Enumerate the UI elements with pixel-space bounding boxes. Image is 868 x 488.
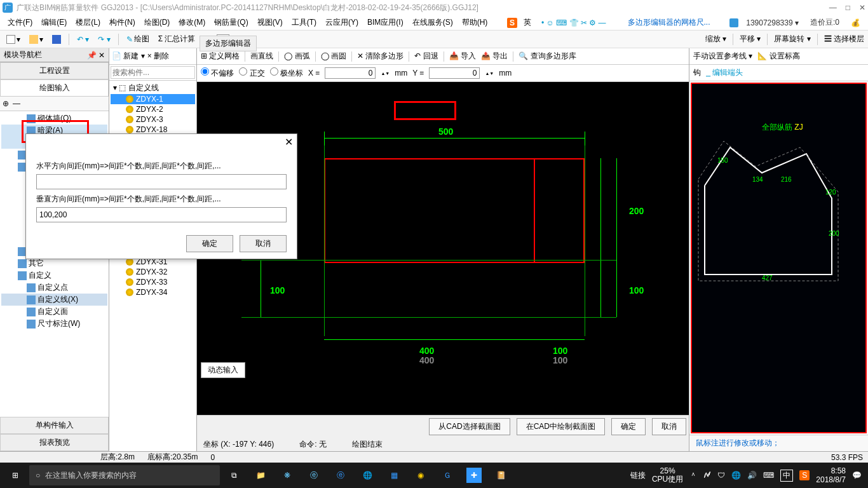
x-input[interactable] [325,67,376,79]
maximize-button[interactable]: □ [846,3,850,12]
app-icon-3[interactable]: ◉ [408,463,433,488]
dialog-cancel-button[interactable]: 取消 [240,235,287,252]
tab-single-input[interactable]: 单构件输入 [0,417,109,434]
ie-icon[interactable]: ⓔ [301,463,327,488]
ime-lang[interactable]: 英 [520,16,535,29]
app-icon-4[interactable]: Ｇ [435,463,460,488]
tree-item[interactable]: 尺寸标注(W) [1,318,107,330]
tray-ime[interactable]: 中 [780,470,793,482]
browser-icon[interactable]: 🌐 [355,463,380,488]
comp-item[interactable]: ZDYX-34 [111,287,195,297]
menu-file[interactable]: 文件(F) [4,16,36,29]
tray-up-icon[interactable]: ＾ [689,470,697,481]
ime-sogou-icon[interactable]: S [507,18,517,28]
tab-project-settings[interactable]: 工程设置 [0,62,109,79]
app-icon-2[interactable]: ▦ [381,463,407,488]
opt-polar[interactable]: 极坐标 [270,67,303,79]
menu-bim[interactable]: BIM应用(I) [363,16,407,29]
dialog-close-button[interactable]: ✕ [285,136,293,148]
tree-item[interactable]: 自定义面 [1,306,107,318]
new-file-button[interactable]: ▾ [4,34,23,45]
taskbar-search[interactable]: ○ 在这里输入你要搜索的内容 [29,465,220,485]
comp-item[interactable]: ZDYX-3 [111,114,195,125]
nav-collapse-icon[interactable]: — [13,99,20,108]
nav-expand-icon[interactable]: ⊕ [3,99,9,108]
set-elev-button[interactable]: 📐 设置标高 [757,51,799,62]
section-canvas[interactable]: 全部纵筋 ZJ 150 134 216 120 200 427 [691,83,867,433]
zoom-button[interactable]: 缩放 ▾ [705,34,726,44]
comp-root[interactable]: ▾ ⬚ 自定义线 [111,82,195,94]
draw-line-button[interactable]: 画直线 [250,51,273,62]
dialog-ok-button[interactable]: 确定 [186,235,233,252]
tree-item[interactable]: 自定义 [1,269,107,281]
tray-battery-icon[interactable]: 🗲 [703,471,711,480]
tray-clock[interactable]: 8:58 2018/8/7 [816,466,846,485]
menu-draw[interactable]: 绘图(D) [140,16,174,29]
tree-item[interactable]: 自定义点 [1,281,107,294]
opt-no-offset[interactable]: 不偏移 [201,67,234,79]
minimize-button[interactable]: — [829,3,837,12]
opt-ortho[interactable]: 正交 [239,67,264,79]
draw-arc-button[interactable]: ◯ 画弧 [284,51,309,62]
save-button[interactable] [50,34,64,45]
v-spacing-input[interactable] [36,207,287,222]
cancel-button[interactable]: 取消 [652,418,686,435]
define-grid-button[interactable]: ⊞ 定义网格 [201,51,240,62]
app-icon-5[interactable]: ✚ [466,468,482,483]
menu-edit[interactable]: 编辑(E) [37,16,71,29]
draw-mode-button[interactable]: ✎ 绘图 [124,32,152,46]
dynamic-input-button[interactable]: 动态输入 [201,362,245,378]
menu-component[interactable]: 构件(N) [105,16,139,29]
app-icon-6[interactable]: 📔 [488,463,513,488]
manual-ref-button[interactable]: 手动设置参考线 ▾ [693,51,752,62]
draw-circle-button[interactable]: ◯ 画圆 [321,51,346,62]
hook-button[interactable]: 钩 [693,67,701,78]
import-button[interactable]: 📥 导入 [449,51,476,62]
nav-pin-icon[interactable]: 📌 ✕ [87,51,105,60]
tree-item[interactable]: 自定义线(X) [1,294,107,306]
menu-online[interactable]: 在线服务(S) [409,16,457,29]
comp-item[interactable]: ZDYX-1 [111,94,195,104]
menu-help[interactable]: 帮助(H) [458,16,492,29]
menu-modify[interactable]: 修改(M) [175,16,209,29]
delete-component-button[interactable]: × 删除 [147,51,169,62]
tab-report-preview[interactable]: 报表预览 [0,434,109,451]
task-view-icon[interactable]: ⧉ [221,463,247,488]
tray-link[interactable]: 链接 [630,470,646,481]
menu-tools[interactable]: 工具(T) [288,16,320,29]
menu-cloud[interactable]: 云应用(Y) [322,16,362,29]
sum-calc-button[interactable]: Σ 汇总计算 [156,32,198,46]
comp-item[interactable]: ZDYX-32 [111,267,195,277]
app-icon-1[interactable]: ❋ [275,463,300,488]
redo-button[interactable]: ↷ ▾ [95,34,112,45]
menu-floor[interactable]: 楼层(L) [72,16,104,29]
undo-button[interactable]: ↶ ▾ [74,34,92,45]
new-component-button[interactable]: 📄 新建 ▾ [112,51,145,62]
menu-rebar[interactable]: 钢筋量(Q) [210,16,252,29]
clear-polygon-button[interactable]: ✕ 清除多边形 [357,51,403,62]
edge-icon[interactable]: ⓔ [328,463,353,488]
comp-item[interactable]: ZDYX-2 [111,104,195,114]
cad-select-button[interactable]: 从CAD选择截面图 [429,418,510,435]
export-button[interactable]: 📤 导出 [481,51,508,62]
rotate-button[interactable]: 屏幕旋转 ▾ [774,34,810,44]
tree-item[interactable]: 砌体墙(Q) [1,112,107,125]
ok-button[interactable]: 确定 [611,418,646,435]
menu-view[interactable]: 视图(V) [254,16,287,29]
start-button[interactable]: ⊞ [3,463,28,488]
component-search-input[interactable] [111,66,195,79]
tray-network-icon[interactable]: 🌐 [731,471,741,480]
folder-icon[interactable]: 📁 [248,463,273,488]
open-file-button[interactable]: ▾ [27,34,46,45]
pan-button[interactable]: 平移 ▾ [740,34,761,44]
tray-sogou-icon[interactable]: S [799,470,810,480]
cad-draw-button[interactable]: 在CAD中绘制截面图 [517,418,605,435]
tray-shield-icon[interactable]: 🛡 [717,471,725,480]
tray-volume-icon[interactable]: 🔊 [747,471,757,480]
close-button[interactable]: ✕ [859,3,865,12]
edit-end-button[interactable]: ⎯ 编辑端头 [706,67,743,78]
comp-item[interactable]: ZDYX-33 [111,277,195,287]
user-id[interactable]: 13907298339 ▾ [742,17,803,29]
back-button[interactable]: ↶ 回退 [414,51,438,62]
tab-draw-input[interactable]: 绘图输入 [0,79,109,97]
